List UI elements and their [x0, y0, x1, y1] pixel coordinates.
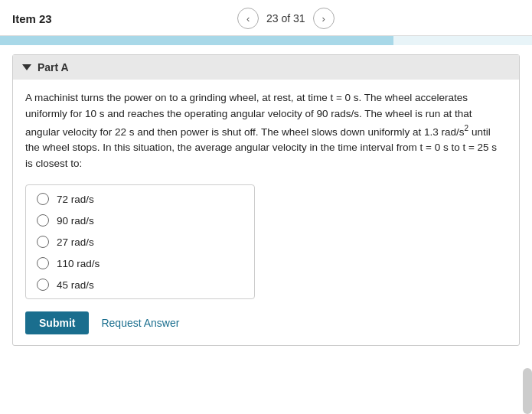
prev-page-button[interactable]: ‹ [237, 8, 259, 29]
chevron-right-icon: › [321, 13, 325, 24]
pagination-text: 23 of 31 [266, 12, 305, 24]
pagination: ‹ 23 of 31 › [237, 8, 335, 29]
page-wrapper: Item 23 ‹ 23 of 31 › Part A A machi [0, 0, 532, 414]
item-title: Item 23 [12, 12, 52, 25]
option-radio-2[interactable] [37, 214, 49, 227]
content-area: Part A A machinist turns the power on to… [0, 54, 532, 358]
progress-bar-container [0, 36, 532, 45]
part-section: Part A A machinist turns the power on to… [12, 54, 520, 346]
option-radio-4[interactable] [37, 257, 49, 269]
option-label-3: 27 rad/s [57, 236, 94, 248]
next-page-button[interactable]: › [313, 8, 335, 29]
option-label-5: 45 rad/s [57, 279, 94, 291]
option-item[interactable]: 90 rad/s [37, 214, 243, 227]
progress-bar-fill [0, 36, 393, 45]
option-item[interactable]: 110 rad/s [37, 257, 243, 269]
question-text: A machinist turns the power on to a grin… [25, 90, 507, 172]
chevron-left-icon: ‹ [246, 13, 250, 24]
option-item[interactable]: 27 rad/s [37, 236, 243, 248]
option-item[interactable]: 45 rad/s [37, 279, 243, 291]
part-header-label: Part A [38, 61, 69, 73]
request-answer-link[interactable]: Request Answer [101, 317, 179, 329]
option-item[interactable]: 72 rad/s [37, 193, 243, 205]
option-label-1: 72 rad/s [57, 194, 94, 205]
part-header[interactable]: Part A [13, 55, 519, 80]
option-label-4: 110 rad/s [57, 258, 100, 269]
option-radio-5[interactable] [37, 279, 49, 291]
option-radio-1[interactable] [37, 193, 49, 205]
option-radio-3[interactable] [37, 236, 49, 248]
action-row: Submit Request Answer [25, 311, 507, 334]
submit-button[interactable]: Submit [25, 311, 89, 334]
part-body: A machinist turns the power on to a grin… [13, 80, 519, 345]
option-label-2: 90 rad/s [57, 215, 94, 227]
options-box: 72 rad/s 90 rad/s 27 rad/s 110 rad/s [25, 184, 255, 299]
collapse-triangle-icon [22, 64, 31, 70]
header: Item 23 ‹ 23 of 31 › [0, 0, 532, 36]
scrollbar[interactable] [523, 368, 532, 414]
